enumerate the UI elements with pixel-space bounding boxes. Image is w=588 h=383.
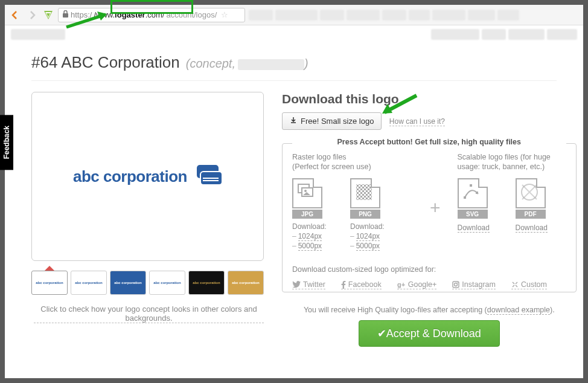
thumb-variant-4[interactable]: abc corporation bbox=[149, 271, 185, 295]
free-download-button[interactable]: Free! Small size logo bbox=[282, 112, 382, 130]
files-box: Press Accept button! Get full size, high… bbox=[282, 143, 577, 292]
jpg-file-icon bbox=[292, 178, 322, 208]
concept-label: (concept,) bbox=[186, 57, 308, 71]
svg-column: SVG Download bbox=[458, 178, 501, 233]
svg-rect-4 bbox=[203, 180, 219, 181]
thumb-variant-2[interactable]: abc corporation bbox=[71, 271, 107, 295]
svg-point-7 bbox=[304, 190, 307, 192]
svg-rect-10 bbox=[356, 184, 372, 200]
jpg-5000-link[interactable]: 5000px bbox=[298, 242, 322, 251]
page-title: #64 ABC Corporation bbox=[31, 53, 180, 72]
plus-icon: + bbox=[430, 185, 441, 218]
forward-button[interactable] bbox=[25, 8, 39, 22]
svg-text:g+: g+ bbox=[397, 281, 405, 288]
thumb-variant-5[interactable]: abc corporation bbox=[188, 271, 225, 295]
download-heading: Download this logo bbox=[282, 92, 577, 106]
pdf-column: PDF Download bbox=[516, 178, 559, 233]
twitter-link[interactable]: Twitter bbox=[292, 280, 325, 289]
svg-rect-13 bbox=[476, 192, 478, 194]
png-file-icon bbox=[350, 178, 380, 208]
pdf-file-icon bbox=[516, 178, 546, 208]
png-column: PNG Download:–1024px–5000px bbox=[350, 178, 394, 251]
how-use-link[interactable]: How can I use it? bbox=[389, 117, 445, 126]
raster-heading: Raster logo files(Perfect for screen use… bbox=[292, 152, 413, 172]
instagram-link[interactable]: Instagram bbox=[452, 280, 496, 289]
custom-link[interactable]: Custom bbox=[511, 280, 547, 289]
scalable-heading: Scalable logo files (for huge usage: tru… bbox=[458, 152, 566, 172]
download-label: Download: bbox=[292, 222, 336, 231]
jpg-1024-link[interactable]: 1024px bbox=[298, 232, 322, 241]
svg-rect-11 bbox=[464, 196, 466, 199]
accept-note: You will receive High Quality logo-files… bbox=[282, 306, 577, 314]
url-path: account/logos/ bbox=[166, 10, 217, 19]
facebook-link[interactable]: Facebook bbox=[341, 280, 382, 289]
preview-column: abc corporation abc corporation abc corp… bbox=[31, 92, 264, 347]
back-button[interactable] bbox=[8, 8, 22, 22]
download-icon bbox=[290, 117, 297, 126]
png-1024-link[interactable]: 1024px bbox=[356, 232, 380, 241]
extension-icon[interactable] bbox=[42, 9, 54, 21]
thumb-variant-3[interactable]: abc corporation bbox=[110, 271, 146, 295]
browser-window: https:/ /www.logaster.com/ account/logos… bbox=[5, 5, 583, 378]
svg-download-link[interactable]: Download bbox=[458, 224, 490, 233]
svg-rect-3 bbox=[203, 178, 219, 179]
logo-text: abc corporation bbox=[73, 167, 187, 186]
box-title: Press Accept button! Get full size, high… bbox=[292, 138, 566, 146]
svg-point-16 bbox=[455, 283, 458, 286]
pdf-download-link[interactable]: Download bbox=[516, 224, 548, 233]
png-5000-link[interactable]: 5000px bbox=[356, 242, 380, 251]
svg-file-icon bbox=[458, 178, 488, 208]
social-links: Twitter Facebook g+Google+ Instagram Cus… bbox=[292, 280, 566, 289]
download-example-link[interactable]: download example bbox=[487, 306, 550, 315]
page-content: #64 ABC Corporation (concept,) abc corpo… bbox=[5, 41, 583, 347]
thumbnail-row: abc corporation abc corporation abc corp… bbox=[31, 271, 264, 295]
googleplus-link[interactable]: g+Google+ bbox=[397, 280, 437, 289]
annotation-button-arrow bbox=[377, 92, 420, 117]
thumb-variant-6[interactable]: abc corporation bbox=[228, 271, 264, 295]
logo-card-icon bbox=[193, 164, 222, 188]
accept-download-button[interactable]: ✔Accept & Download bbox=[359, 320, 500, 347]
jpg-column: JPG Download:–1024px–5000px bbox=[292, 178, 336, 251]
bookmark-star-icon[interactable]: ☆ bbox=[221, 10, 228, 19]
thumb-variant-1[interactable]: abc corporation bbox=[31, 271, 68, 295]
custom-size-label: Download custom-sized logo optimized for… bbox=[292, 265, 566, 274]
annotation-url-arrow bbox=[63, 10, 112, 28]
logo-preview[interactable]: abc corporation bbox=[31, 92, 264, 261]
download-column: Download this logo Free! Small size logo… bbox=[282, 92, 577, 347]
svg-point-17 bbox=[458, 282, 459, 283]
variants-caption[interactable]: Click to check how your logo concept loo… bbox=[34, 304, 264, 323]
svg-rect-12 bbox=[470, 184, 472, 187]
page-title-row: #64 ABC Corporation (concept,) bbox=[31, 50, 557, 81]
feedback-tab[interactable]: Feedback bbox=[0, 115, 13, 170]
download-label: Download: bbox=[350, 222, 394, 231]
